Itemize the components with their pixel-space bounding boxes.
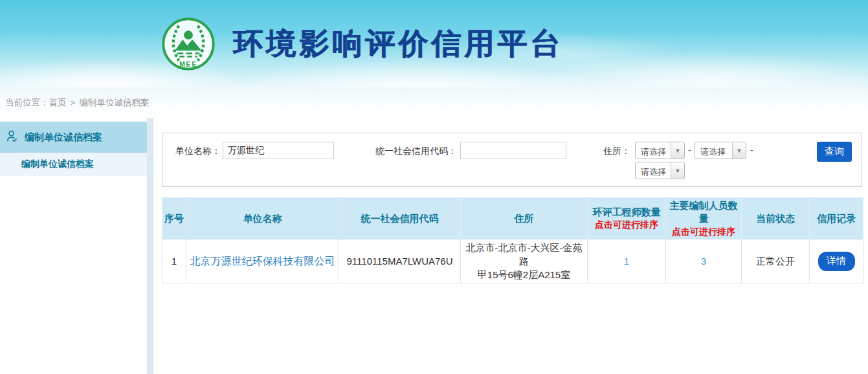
province-select-value: 请选择	[636, 142, 671, 159]
search-button[interactable]: 查询	[817, 142, 852, 162]
breadcrumb-current: 编制单位诚信档案	[79, 97, 149, 109]
mee-logo-icon: MEE	[161, 16, 216, 72]
address-line-1: 北京市-北京市-大兴区-金苑路	[463, 241, 584, 268]
breadcrumb: 当前位置： 首页 > 编制单位诚信档案	[0, 87, 868, 118]
user-check-icon	[5, 129, 19, 145]
unit-name-label: 单位名称：	[162, 146, 221, 157]
sidebar-subitem-label: 编制单位诚信档案	[21, 159, 94, 170]
sort-hint: 点击可进行排序	[588, 219, 665, 231]
content-area: 编制单位诚信档案 编制单位诚信档案 单位名称： 统一社会信用代码： 住所： 请选…	[0, 118, 868, 374]
sidebar-item-label: 编制单位诚信档案	[25, 131, 102, 144]
staff-count-link[interactable]: 3	[701, 256, 706, 267]
header-status: 当前状态	[742, 198, 810, 239]
sort-hint: 点击可进行排序	[666, 226, 741, 238]
table-header-row: 序号 单位名称 统一社会信用代码 住所 环评工程师数量 点击可进行排序 主要编制…	[162, 198, 863, 239]
unit-name-link[interactable]: 北京万源世纪环保科技有限公司	[190, 256, 335, 267]
sidebar: 编制单位诚信档案 编制单位诚信档案	[0, 118, 147, 374]
credit-code-input[interactable]	[460, 142, 566, 159]
header-engineer-count-label: 环评工程师数量	[593, 206, 661, 217]
city-select-value: 请选择	[695, 142, 732, 159]
header-index: 序号	[162, 198, 186, 239]
breadcrumb-prefix: 当前位置：	[5, 97, 49, 109]
engineer-count-link[interactable]: 1	[624, 256, 629, 267]
credit-code-label: 统一社会信用代码：	[357, 146, 457, 157]
svg-text:MEE: MEE	[179, 61, 197, 68]
results-table: 序号 单位名称 统一社会信用代码 住所 环评工程师数量 点击可进行排序 主要编制…	[162, 197, 863, 283]
breadcrumb-home-link[interactable]: 首页	[49, 97, 67, 109]
site-header: MEE 环境影响评价信用平台	[0, 0, 868, 87]
header-staff-count-sort[interactable]: 主要编制人员数量 点击可进行排序	[666, 198, 742, 239]
header-engineer-count-sort[interactable]: 环评工程师数量 点击可进行排序	[588, 198, 666, 239]
header-address: 住所	[461, 198, 588, 239]
main-panel: 单位名称： 统一社会信用代码： 住所： 请选择 ▼ - 请选择 ▼ - 请选择 …	[153, 118, 868, 374]
address-label: 住所：	[583, 146, 630, 157]
sidebar-item-credit-archive[interactable]: 编制单位诚信档案	[0, 122, 147, 153]
cell-index: 1	[162, 239, 186, 283]
address-line-2: 甲15号6幢2层A215室	[463, 268, 584, 281]
city-select[interactable]: 请选择 ▼	[695, 142, 746, 159]
district-select-value: 请选择	[636, 162, 671, 179]
unit-name-input[interactable]	[223, 142, 334, 159]
chevron-down-icon[interactable]: ▼	[671, 162, 684, 179]
header-credit-code: 统一社会信用代码	[339, 198, 461, 239]
province-select[interactable]: 请选择 ▼	[635, 142, 685, 159]
address-dash: -	[688, 145, 691, 155]
sidebar-subitem-credit-archive[interactable]: 编制单位诚信档案	[0, 153, 147, 176]
search-panel: 单位名称： 统一社会信用代码： 住所： 请选择 ▼ - 请选择 ▼ - 请选择 …	[162, 133, 862, 187]
cell-address: 北京市-北京市-大兴区-金苑路 甲15号6幢2层A215室	[461, 239, 588, 283]
breadcrumb-separator: >	[71, 98, 76, 107]
header-staff-count-label: 主要编制人员数量	[670, 200, 738, 224]
table-row: 1 北京万源世纪环保科技有限公司 91110115MA7LWUA76U 北京市-…	[162, 239, 863, 283]
district-select[interactable]: 请选择 ▼	[635, 162, 685, 179]
chevron-down-icon[interactable]: ▼	[671, 142, 684, 159]
address-dash: -	[750, 145, 753, 155]
chevron-down-icon[interactable]: ▼	[732, 142, 746, 159]
sidebar-divider	[147, 118, 153, 374]
header-credit-record: 信用记录	[810, 198, 863, 239]
cell-status: 正常公开	[742, 239, 810, 283]
header-unit-name: 单位名称	[186, 198, 339, 239]
detail-button[interactable]: 详情	[818, 252, 855, 271]
page-title: 环境影响评价信用平台	[233, 24, 563, 64]
cell-credit-code: 91110115MA7LWUA76U	[339, 239, 461, 283]
